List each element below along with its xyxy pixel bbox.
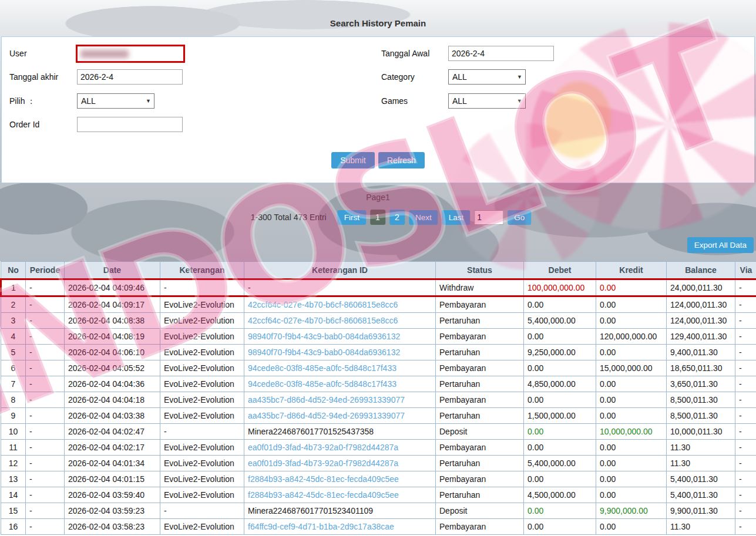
cell-keterangan: EvoLive2-Evolution (160, 360, 244, 376)
cell-no: 3 (1, 313, 26, 329)
order-id-input[interactable] (77, 117, 183, 132)
cell-balance: 9,900,011.30 (667, 503, 735, 519)
cell-keterangan-id[interactable]: aa435bc7-d86d-4d52-94ed-269931339077 (244, 408, 436, 424)
cell-debet: 1,500,000.00 (524, 408, 596, 424)
cell-status: Pembayaran (436, 471, 524, 487)
cell-via: - (735, 471, 756, 487)
cell-balance: 3,650,011.30 (667, 376, 735, 392)
go-button[interactable]: Go (508, 210, 531, 225)
table-row: 3-2026-02-04 04:08:38EvoLive2-Evolution4… (1, 313, 756, 329)
chevron-down-icon: ▼ (146, 98, 154, 104)
table-row: 15-2026-02-04 03:59:23-Minera22468760177… (1, 503, 756, 519)
cell-date: 2026-02-04 04:04:18 (65, 392, 160, 408)
cell-no: 1 (1, 279, 26, 296)
user-value-redacted (80, 50, 129, 58)
submit-button[interactable]: Submit (331, 152, 375, 168)
cell-kredit: 0.00 (596, 392, 667, 408)
table-row: 16-2026-02-04 03:58:23EvoLive2-Evolution… (1, 519, 756, 535)
cell-balance: 124,000,011.30 (667, 313, 735, 329)
cell-keterangan-id[interactable]: f64ffc9d-cef9-4d71-b1ba-2d9c17a38cae (244, 519, 436, 535)
header-periode: Periode (26, 262, 65, 279)
cell-kredit: 0.00 (596, 456, 667, 471)
cell-keterangan: EvoLive2-Evolution (160, 519, 244, 535)
cell-date: 2026-02-04 04:04:36 (65, 376, 160, 392)
cell-status: Pertaruhan (436, 456, 524, 471)
cell-status: Pertaruhan (436, 376, 524, 392)
chevron-down-icon: ▼ (517, 74, 525, 80)
header-kredit: Kredit (596, 262, 667, 279)
cell-keterangan-id[interactable]: ea0f01d9-3fad-4b73-92a0-f7982d44287a (244, 456, 436, 471)
cell-keterangan-id[interactable]: 42ccf64c-027e-4b70-b6cf-8606815e8cc6 (244, 296, 436, 313)
cell-keterangan: EvoLive2-Evolution (160, 296, 244, 313)
cell-keterangan-id[interactable]: 42ccf64c-027e-4b70-b6cf-8606815e8cc6 (244, 313, 436, 329)
cell-kredit: 0.00 (596, 519, 667, 535)
header-status: Status (436, 262, 524, 279)
cell-keterangan-id[interactable]: ea0f01d9-3fad-4b73-92a0-f7982d44287a (244, 440, 436, 456)
cell-periode: - (26, 296, 65, 313)
table-header-row: No Periode Date Keterangan Keterangan ID… (1, 262, 756, 279)
cell-balance: 8,500,011.30 (667, 392, 735, 408)
cell-date: 2026-02-04 04:09:17 (65, 296, 160, 313)
cell-balance: 18,650,011.30 (667, 360, 735, 376)
tanggal-akhir-input[interactable] (77, 69, 183, 85)
pilih-selected-value: ALL (81, 96, 96, 106)
cell-kredit: 0.00 (596, 440, 667, 456)
cell-kredit: 0.00 (596, 345, 667, 360)
cell-keterangan-id[interactable]: f2884b93-a842-45dc-81ec-fecda409c5ee (244, 471, 436, 487)
cell-debet: 4,850,000.00 (524, 376, 596, 392)
table-row: 11-2026-02-04 04:02:17EvoLive2-Evolution… (1, 440, 756, 456)
export-all-data-button[interactable]: Export All Data (687, 237, 754, 253)
category-select[interactable]: ALL ▼ (448, 69, 526, 85)
header-date: Date (65, 262, 160, 279)
header-no: No (1, 262, 26, 279)
cell-keterangan-id[interactable]: 94cede8c-03f8-485e-a0fc-5d848c17f433 (244, 360, 436, 376)
cell-date: 2026-02-04 03:58:23 (65, 519, 160, 535)
cell-via: - (735, 392, 756, 408)
table-row: 5-2026-02-04 04:06:10EvoLive2-Evolution9… (1, 345, 756, 360)
cell-status: Pertaruhan (436, 345, 524, 360)
page-title: Search History Pemain (0, 18, 756, 28)
chevron-down-icon: ▼ (517, 98, 525, 104)
cell-keterangan-id[interactable]: 98940f70-f9b4-43c9-bab0-084da6936132 (244, 329, 436, 345)
page-button-2[interactable]: 2 (389, 210, 405, 225)
cell-balance: 24,000,011.30 (667, 279, 735, 296)
tanggal-awal-input[interactable] (448, 46, 554, 61)
cell-no: 14 (1, 487, 26, 503)
cell-balance: 11.30 (667, 456, 735, 471)
category-selected-value: ALL (452, 72, 467, 82)
header-debet: Debet (524, 262, 596, 279)
tanggal-awal-label: Tanggal Awal (381, 49, 429, 58)
cell-debet: 100,000,000.00 (524, 279, 596, 296)
games-select[interactable]: ALL ▼ (448, 93, 526, 109)
cell-status: Withdraw (436, 279, 524, 296)
goto-page-input[interactable] (474, 210, 503, 225)
next-page-button[interactable]: Next (409, 210, 438, 225)
pilih-select[interactable]: ALL ▼ (77, 93, 154, 109)
cell-kredit: 0.00 (596, 376, 667, 392)
cell-no: 4 (1, 329, 26, 345)
games-selected-value: ALL (452, 96, 467, 106)
cell-periode: - (26, 329, 65, 345)
cell-via: - (735, 376, 756, 392)
refresh-button[interactable]: Refresh (378, 152, 425, 168)
cell-keterangan-id[interactable]: aa435bc7-d86d-4d52-94ed-269931339077 (244, 392, 436, 408)
cell-periode: - (26, 376, 65, 392)
cell-keterangan: - (160, 279, 244, 296)
cell-keterangan-id[interactable]: 94cede8c-03f8-485e-a0fc-5d848c17f433 (244, 376, 436, 392)
page-button-1[interactable]: 1 (370, 210, 385, 225)
cell-balance: 129,400,011.30 (667, 329, 735, 345)
first-page-button[interactable]: First (338, 210, 366, 225)
user-input[interactable] (76, 45, 185, 63)
cell-keterangan-id[interactable]: f2884b93-a842-45dc-81ec-fecda409c5ee (244, 487, 436, 503)
table-row: 14-2026-02-04 03:59:40EvoLive2-Evolution… (1, 487, 756, 503)
table-row: 13-2026-02-04 04:01:15EvoLive2-Evolution… (1, 471, 756, 487)
cell-kredit: 15,000,000.00 (596, 360, 667, 376)
pagination: 1-300 Total 473 Entri First 1 2 Next Las… (251, 210, 532, 225)
form-buttons: Submit Refresh (2, 152, 754, 168)
cell-periode: - (26, 456, 65, 471)
last-page-button[interactable]: Last (442, 210, 471, 225)
table-row: 4-2026-02-04 04:08:19EvoLive2-Evolution9… (1, 329, 756, 345)
cell-kredit: 0.00 (596, 279, 667, 296)
cell-keterangan-id[interactable]: 98940f70-f9b4-43c9-bab0-084da6936132 (244, 345, 436, 360)
header-balance: Balance (667, 262, 735, 279)
